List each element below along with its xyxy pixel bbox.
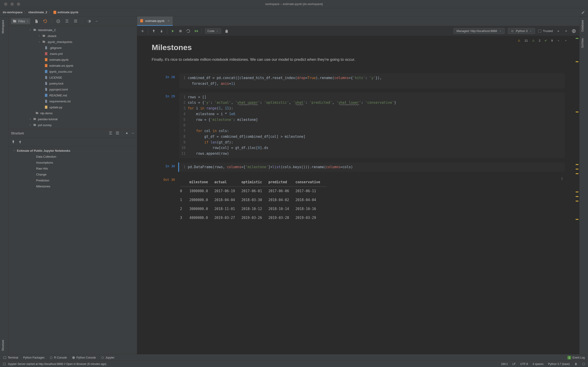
r-console-tab[interactable]: R Console — [49, 356, 67, 359]
lock-icon[interactable] — [574, 362, 578, 366]
collapse-all-icon[interactable] — [115, 131, 120, 135]
maximize-window-button[interactable] — [17, 2, 20, 6]
tree-file[interactable]: requirements.txt — [9, 98, 137, 104]
target-icon[interactable] — [56, 19, 61, 24]
code-body[interactable]: 1pd.DataFrame(rows, columns=['milestone'… — [179, 162, 565, 172]
face-icon[interactable] — [582, 362, 585, 366]
breadcrumb-folder[interactable]: nbestimate_2 — [28, 10, 47, 14]
left-rail-structure-tab[interactable]: Structure — [0, 337, 9, 354]
structure-list[interactable]: Estimate of Public Jupyter Notebooks Dat… — [9, 147, 137, 190]
move-up-icon[interactable] — [151, 29, 156, 33]
autoscroll-icon[interactable] — [18, 140, 22, 144]
chevron-up-icon[interactable] — [557, 39, 560, 42]
structure-root[interactable]: Estimate of Public Jupyter Notebooks — [9, 148, 137, 154]
expand-all-icon[interactable] — [108, 131, 113, 135]
tree-file[interactable]: pyproject.toml — [9, 86, 137, 92]
breadcrumb: ds-workspace 〉 nbestimate_2 〉 estimate.i… — [0, 8, 588, 17]
editor-tab[interactable]: estimate.ipynb — [137, 17, 173, 26]
tree-file[interactable]: .travis.yml — [9, 51, 137, 57]
line-separator[interactable]: LF — [512, 362, 515, 366]
chevron-up-icon[interactable] — [556, 29, 561, 33]
status-message[interactable]: Jupyter Server started at http://localho… — [8, 362, 106, 366]
tree-file[interactable]: estimate.ipynb — [9, 57, 137, 63]
minimize-icon[interactable] — [131, 131, 135, 135]
files-view-selector[interactable]: Files — [11, 18, 30, 24]
terminal-tab[interactable]: Terminal — [3, 356, 18, 359]
tree-folder[interactable]: psf-survey — [9, 122, 137, 128]
restart-icon[interactable] — [186, 29, 190, 33]
tree-folder[interactable]: nbestimate_2 — [9, 27, 137, 33]
trusted-toggle[interactable]: Trusted — [538, 29, 553, 33]
chevron-down-icon[interactable] — [564, 39, 567, 42]
structure-item[interactable]: Assumptions — [9, 159, 137, 166]
collapse-all-icon[interactable] — [73, 19, 78, 24]
minimize-icon[interactable] — [95, 19, 98, 24]
jupyter-tab[interactable]: Jupyter — [101, 356, 114, 359]
right-rail-database-tab[interactable]: Database — [580, 17, 586, 35]
tree-folder[interactable]: .ipynb_checkpoints — [9, 39, 137, 45]
kernel-select[interactable]: Python 3 — [508, 28, 535, 34]
left-rail-workspace-tab[interactable]: Workspace — [0, 17, 8, 37]
kernel-label: Python 3 — [516, 29, 527, 33]
structure-item[interactable]: Milestones — [9, 183, 137, 189]
event-log[interactable]: 1 Event Log — [567, 356, 585, 359]
new-file-icon[interactable] — [34, 19, 39, 24]
tree-file[interactable]: update.py — [9, 104, 137, 110]
add-cell-icon[interactable] — [140, 29, 145, 33]
structure-item[interactable]: Data Collection — [9, 154, 137, 159]
interpreter[interactable]: Python 3.7 (base) — [548, 362, 570, 366]
code-cell-active[interactable]: In 30 1pd.DataFrame(rows, columns=['mile… — [152, 162, 565, 172]
trusted-label: Trusted — [543, 29, 553, 33]
close-icon[interactable] — [167, 19, 170, 22]
notification-icon[interactable] — [3, 362, 6, 366]
encoding[interactable]: UTF-8 — [520, 362, 528, 366]
python-packages-tab[interactable]: Python Packages — [23, 356, 44, 359]
gear-icon[interactable] — [86, 19, 91, 24]
structure-item[interactable]: Raw Hits — [9, 166, 137, 171]
indent-size[interactable]: 4 spaces — [532, 362, 543, 366]
svg-rect-3 — [45, 52, 48, 55]
tree-file[interactable]: poetry.lock — [9, 80, 137, 86]
structure-item[interactable]: Prediction — [9, 177, 137, 183]
run-all-icon[interactable] — [194, 29, 198, 33]
tree-file[interactable]: LICENSE — [9, 75, 137, 80]
cursor-position[interactable]: 184:1 — [501, 362, 508, 366]
minimize-window-button[interactable] — [10, 2, 14, 6]
tree-file[interactable]: estimate.src.ipynb — [9, 63, 137, 68]
pin-icon[interactable] — [11, 140, 16, 144]
move-down-icon[interactable] — [159, 29, 164, 33]
breadcrumb-project[interactable]: ds-workspace — [3, 10, 23, 14]
delete-cell-icon[interactable] — [224, 29, 229, 33]
close-window-button[interactable] — [4, 2, 7, 6]
run-cell-icon[interactable] — [171, 29, 175, 33]
output-menu-icon[interactable] — [560, 177, 564, 181]
inspection-summary[interactable]: ⚠11 ⚠2 ✔9 — [518, 39, 567, 42]
output-prompt: Out 30 — [152, 176, 179, 224]
notebook-body[interactable]: ⚠11 ⚠2 ✔9 Milestones Finally, it's nice … — [137, 36, 579, 354]
gear-icon[interactable] — [124, 131, 129, 135]
expand-all-icon[interactable] — [65, 19, 69, 24]
tree-file[interactable]: README.md — [9, 92, 137, 98]
structure-item[interactable]: Change — [9, 171, 137, 177]
breadcrumb-file[interactable]: estimate.ipynb — [57, 10, 78, 14]
tree-file[interactable]: ipynb_counts.csv — [9, 68, 137, 75]
code-body[interactable]: 1rows = [] 2cols = {'y': 'actual', 'yhat… — [179, 92, 565, 158]
stop-icon[interactable] — [178, 29, 183, 33]
cell-type-select[interactable]: Code — [205, 28, 221, 33]
edit-config-icon[interactable] — [581, 10, 585, 14]
tree-folder[interactable]: .dstack — [9, 33, 137, 39]
tree-folder[interactable]: pandas-tutorial — [9, 116, 137, 122]
refresh-icon[interactable] — [43, 19, 48, 24]
chevron-down-icon[interactable] — [564, 29, 568, 33]
tree-folder[interactable]: nlp-demo — [9, 110, 137, 116]
code-body[interactable]: 1combined_df = pd.concat([cleaned_hits_d… — [179, 73, 565, 88]
file-tree[interactable]: nbestimate_2 .dstack .ipynb_checkpoints … — [9, 26, 137, 129]
table-header: actual — [214, 178, 241, 187]
server-select[interactable]: Managed: http://localhost:8888 — [453, 28, 505, 34]
code-cell[interactable]: In 29 1rows = [] 2cols = {'y': 'actual',… — [152, 92, 565, 158]
python-console-tab[interactable]: Python Console — [72, 356, 96, 359]
globe-icon[interactable] — [572, 29, 576, 33]
right-rail-sciview-tab[interactable]: SciView — [580, 35, 586, 51]
code-cell[interactable]: In 28 1combined_df = pd.concat([cleaned_… — [152, 73, 565, 88]
tree-file[interactable]: .gitignore — [9, 45, 137, 51]
